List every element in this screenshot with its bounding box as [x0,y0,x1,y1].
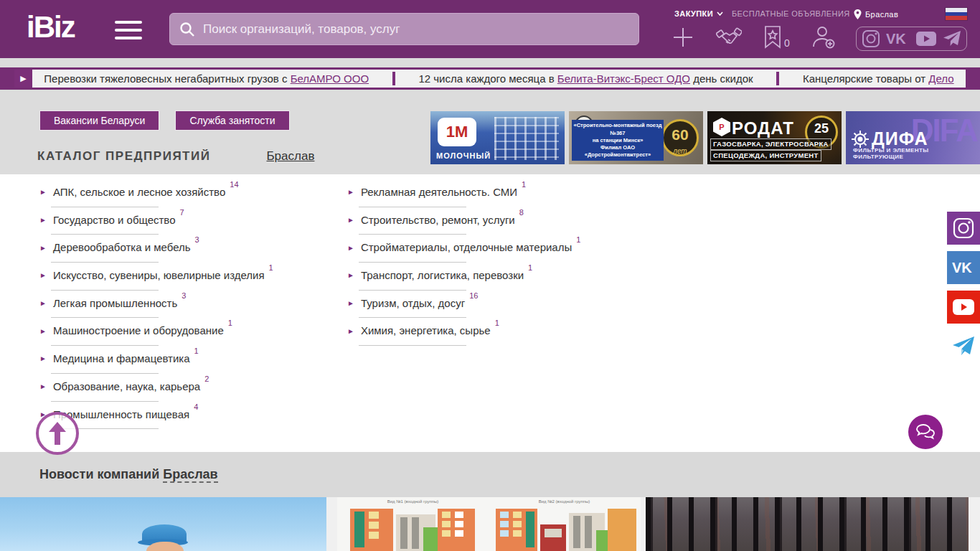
news-cards-row: Вид №1 (входной группы) Вид №2 (входной … [0,497,980,551]
news-city-link[interactable]: Браслав [163,467,217,483]
ticker-separator [392,72,395,85]
triangle-bullet-icon: ► [347,327,354,335]
banner-difa[interactable]: DIFA ДИФА ФИЛЬТРЫ И ЭЛЕМЕНТЫ ФИЛЬТРУЮЩИЕ [846,111,980,164]
location-pin-icon [854,9,862,19]
news-section-header: Новости компаний Браслав [0,452,980,497]
catalog-heading: КАТАЛОГ ПРЕДПРИЯТИЙ Браслав [37,149,314,164]
search-input[interactable] [203,22,630,37]
category-count: 1 [522,180,526,189]
instagram-icon[interactable] [947,212,980,245]
category-item[interactable]: ►Туризм, отдых, досуг16 [347,296,580,324]
page-title: КАТАЛОГ ПРЕДПРИЯТИЙ [37,149,210,164]
banner-smp367[interactable]: 60лет «Строительно-монтажный поезд №367 … [569,111,703,164]
hamburger-menu-icon[interactable] [115,21,142,39]
youtube-icon[interactable] [947,291,980,324]
category-item[interactable]: ►Образование, наука, карьера2 [39,379,273,407]
chat-bubbles-icon [915,423,936,441]
news-image-building-render[interactable]: Вид №1 (входной группы) Вид №2 (входной … [337,497,641,551]
favorites-button[interactable]: 0 [763,26,790,49]
top-nav: ЗАКУПКИ БЕСПЛАТНЫЕ ОБЪЯВЛЕНИЯ Браслав [673,9,974,21]
telegram-icon[interactable] [943,30,961,47]
arrow-up-icon [48,422,67,445]
search-bar [169,13,639,45]
header-action-icons: 0 [672,26,836,49]
banner-1m-molochny[interactable]: 1М МОЛОЧНЫЙ [430,111,565,164]
category-item[interactable]: ►Химия, энергетика, сырье1 [347,323,580,351]
social-rail: VK [946,212,980,363]
category-item[interactable]: ►Искусство, сувениры, ювелирные изделия1 [39,268,273,296]
nav-city[interactable]: Браслав [854,9,898,19]
triangle-bullet-icon: ► [39,271,47,279]
ticker-link-belita[interactable]: Белита-Витэкс-Брест ОДО [557,72,690,85]
telegram-icon[interactable] [947,330,980,363]
ticker-link-belamro[interactable]: БелАМРО ООО [291,72,369,85]
banner-rodat[interactable]: Р РОДАТ 25лет ГАЗОСВАРКА, ЭЛЕКТРОСВАРКА … [707,111,842,164]
triangle-bullet-icon: ► [347,216,354,224]
user-plus-icon [811,26,836,49]
vk-icon[interactable]: VK [947,251,980,284]
triangle-bullet-icon: ► [39,244,47,252]
language-flag-ru[interactable] [946,8,967,20]
category-count: 14 [230,180,238,189]
category-count: 7 [180,208,184,217]
ticker-item: Канцелярские товары от Дело [803,72,954,85]
add-company-button[interactable] [672,26,694,49]
category-item[interactable]: ►Стройматериалы, отделочные материалы1 [347,240,580,268]
ticker-item: Перевозки тяжеловесных негабаритных груз… [44,72,369,85]
category-item[interactable]: ►Легкая промышленность3 [39,296,273,324]
scroll-to-top-button[interactable] [36,412,79,455]
nav-procurement[interactable]: ЗАКУПКИ [674,9,723,18]
employment-service-button[interactable]: Служба занятости [175,110,289,131]
triangle-bullet-icon: ► [39,382,47,390]
header-social-links: VK [856,27,967,51]
triangle-bullet-icon: ► [347,188,354,196]
ticker-link-delo[interactable]: Дело [928,72,953,85]
category-item[interactable]: ►АПК, сельское и лесное хозяйство14 [39,184,273,212]
category-item[interactable]: ►Государство и общество7 [39,212,273,240]
logo[interactable]: iBiz [27,10,75,44]
banner-rodat-emblem: Р [713,118,730,136]
category-item[interactable]: ►Медицина и фармацевтика1 [39,351,273,379]
news-image-fence-trees[interactable] [646,497,969,551]
add-user-button[interactable] [811,26,836,49]
nav-free-ads[interactable]: БЕСПЛАТНЫЕ ОБЪЯВЛЕНИЯ [732,9,850,18]
category-item[interactable]: ►Транспорт, логистика, перевозки1 [347,268,580,296]
category-count: 2 [204,375,209,383]
category-count: 3 [182,291,186,300]
vacancies-button[interactable]: Вакансии Беларуси [39,110,159,131]
header: iBiz ЗАКУПКИ БЕСПЛАТНЫЕ ОБЪЯВЛЕНИЯ Брасл… [0,0,980,58]
render-caption-2: Вид №2 (входной группы) [489,499,640,504]
triangle-bullet-icon: ► [347,244,354,252]
category-count: 8 [519,208,524,217]
category-count: 1 [495,319,499,327]
triangle-bullet-icon: ► [39,354,47,362]
ticker-track: Перевозки тяжеловесных негабаритных груз… [32,72,966,85]
search-icon [179,21,196,38]
bookmark-star-icon [763,26,782,49]
catalog-city-link[interactable]: Браслав [266,149,314,164]
ticker-separator [776,72,779,85]
triangle-bullet-icon: ► [347,271,354,279]
news-image-man-portrait[interactable] [0,497,326,551]
category-count: 16 [469,291,478,300]
category-count: 1 [228,319,232,327]
render-caption-1: Вид №1 (входной группы) [337,499,489,504]
triangle-bullet-icon: ► [39,299,47,307]
category-item[interactable]: ►Машиностроение и оборудование1 [39,323,273,351]
vk-icon[interactable]: VK [886,31,910,47]
youtube-icon[interactable] [915,31,937,47]
ticker-play-button[interactable]: ▶ [14,70,32,88]
instagram-icon[interactable] [862,29,880,48]
category-item[interactable]: ►Строительство, ремонт, услуги8 [347,212,580,240]
category-count: 3 [195,235,199,244]
news-ticker: ▶ Перевозки тяжеловесных негабаритных гр… [0,67,980,90]
triangle-bullet-icon: ► [39,327,47,335]
category-item[interactable]: ►Деревообработка и мебель3 [39,240,273,268]
chat-button[interactable] [908,415,943,449]
banner-building-image [494,117,559,160]
partnership-button[interactable] [716,27,742,48]
banner-60-years-badge: 60лет [661,119,699,156]
category-item[interactable]: ►Рекламная деятельность. СМИ1 [347,184,580,212]
news-ticker-inner: ▶ Перевозки тяжеловесных негабаритных гр… [14,70,966,88]
page: iBiz ЗАКУПКИ БЕСПЛАТНЫЕ ОБЪЯВЛЕНИЯ Брасл… [0,0,980,551]
